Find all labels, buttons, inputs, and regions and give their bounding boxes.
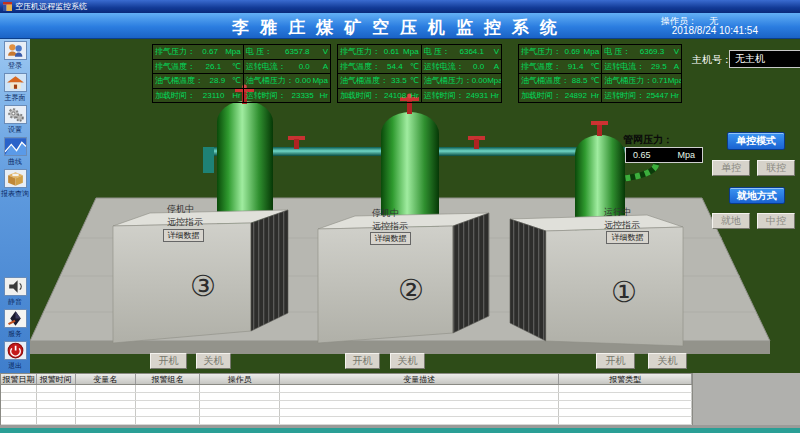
alarm-col-header: 报警组名 (136, 374, 201, 384)
machine-3-detail-button[interactable]: 详细数据 (163, 229, 204, 242)
panel-cell-label: 运转电流： (246, 61, 286, 72)
table-cell (559, 401, 692, 408)
panel-cell-label: 电 压： (246, 46, 272, 57)
panel-cell: 电 压：6364.1V (421, 44, 502, 60)
panel-cell-value: 0.00 (294, 76, 313, 85)
panel-cell-value: 54.4 (380, 62, 410, 71)
panel-cell-value: 26.1 (195, 62, 232, 71)
panel-cell-label: 加载时间： (521, 90, 561, 101)
machine-3-status: 停机中 远控指示 (167, 203, 203, 229)
panel-cell-value: 0.0 (286, 62, 323, 71)
table-cell (136, 401, 201, 408)
panel-cell-unit: ℃ (410, 76, 419, 85)
panel-cell-value: 6369.3 (630, 47, 673, 56)
panel-cell-unit: ℃ (232, 76, 241, 85)
table-cell (200, 401, 280, 408)
panel-cell-label: 油气桶温度： (340, 75, 388, 86)
table-cell (280, 417, 559, 424)
table-row (1, 385, 692, 393)
app-window: 空压机远程监控系统 李雅庄煤矿空压机监控系统 操作员： 无 2018/8/24 … (0, 0, 800, 433)
stop-button-3[interactable]: 关机 (196, 353, 231, 369)
panel-cell-label: 排气压力： (340, 46, 380, 57)
panel-cell-label: 加载时间： (155, 90, 195, 101)
panel-cell-unit: ℃ (590, 76, 599, 85)
panel-cell-unit: Mpa (312, 76, 328, 85)
start-button-1[interactable]: 开机 (596, 353, 635, 369)
panel-cell-unit: Mpa (487, 76, 502, 85)
machine-3-remote-state: 远控指示 (167, 216, 203, 229)
panel-cell-value: 0.61 (380, 47, 403, 56)
panel-cell: 排气压力：0.61Mpa (337, 44, 422, 60)
panel-cell: 油气桶压力：0.00Mpa (421, 73, 502, 89)
table-cell (37, 385, 76, 392)
linked-control-button[interactable]: 联控 (757, 160, 795, 176)
pipe-pressure-label: 管网压力： (623, 133, 673, 147)
panel-cell-label: 运转电流： (604, 61, 644, 72)
table-cell (136, 385, 201, 392)
local-mode-button[interactable]: 就地方式 (729, 187, 785, 204)
table-right-filler (693, 373, 800, 425)
table-cell (76, 401, 136, 408)
panel-cell: 排气温度：26.1℃ (152, 59, 244, 75)
single-mode-button[interactable]: 单控模式 (727, 132, 785, 150)
alarm-table-header: 报警日期报警时间变量名报警组名操作员变量描述报警类型 (0, 373, 693, 385)
machine-1-run-state: 运行中 (604, 206, 640, 219)
panel-cell-value: 0.69 (561, 47, 584, 56)
alarm-col-header: 报警日期 (1, 374, 37, 384)
horizontal-scrollbar[interactable] (0, 428, 800, 433)
machine-1-number: ① (611, 275, 637, 309)
panel-cell-value: 0.71 (652, 76, 668, 85)
table-cell (37, 393, 76, 400)
alarm-col-header: 操作员 (200, 374, 280, 384)
panel-cell: 运转电流：0.0A (421, 59, 502, 75)
alarm-col-header: 报警时间 (37, 374, 76, 384)
panel-cell-label: 油气桶压力： (604, 75, 652, 86)
panel-cell-value: 6364.1 (450, 47, 494, 56)
panel-cell-unit: ℃ (232, 62, 241, 71)
machine-2-run-state: 停机中 (372, 207, 408, 220)
table-cell (136, 417, 201, 424)
alarm-table: 报警日期报警时间变量名报警组名操作员变量描述报警类型 (0, 373, 693, 425)
host-value-box: 无主机 (729, 50, 800, 68)
panel-cell-label: 运转时间： (604, 90, 644, 101)
data-panel-compressor-3: 排气压力：0.67Mpa电 压：6357.8V排气温度：26.1℃运转电流：0.… (152, 44, 330, 102)
panel-cell-label: 油气桶温度： (521, 75, 569, 86)
panel-cell: 油气桶压力：0.71Mpa (601, 73, 682, 89)
panel-cell: 油气桶压力：0.00Mpa (243, 73, 331, 89)
panel-cell-unit: V (323, 47, 328, 56)
panel-cell-unit: Mpa (225, 47, 241, 56)
machine-1-detail-button[interactable]: 详细数据 (606, 231, 649, 244)
table-cell (76, 393, 136, 400)
panel-cell: 运转电流：29.5A (601, 59, 682, 75)
panel-cell-value: 28.9 (203, 76, 232, 85)
panel-cell-unit: Hr (671, 91, 679, 100)
table-row (1, 409, 692, 417)
table-cell (1, 393, 37, 400)
panel-cell: 运转电流：0.0A (243, 59, 331, 75)
central-button[interactable]: 中控 (757, 213, 795, 229)
table-cell (559, 417, 692, 424)
table-cell (200, 393, 280, 400)
panel-cell-value: 29.5 (644, 62, 674, 71)
panel-cell-unit: A (323, 62, 328, 71)
panel-cell-label: 电 压： (424, 46, 450, 57)
table-cell (76, 409, 136, 416)
panel-cell: 排气压力：0.69Mpa (518, 44, 602, 60)
table-cell (559, 409, 692, 416)
machine-2-detail-button[interactable]: 详细数据 (370, 232, 411, 245)
panel-cell-unit: V (674, 47, 679, 56)
panel-cell-value: 24108 (380, 91, 410, 100)
local-button[interactable]: 就地 (712, 213, 750, 229)
panel-cell-label: 电 压： (604, 46, 630, 57)
panel-cell: 电 压：6369.3V (601, 44, 682, 60)
panel-cell-unit: Mpa (668, 76, 682, 85)
panel-cell-label: 运转电流： (424, 61, 464, 72)
table-cell (1, 401, 37, 408)
stop-button-1[interactable]: 关机 (648, 353, 687, 369)
start-button-3[interactable]: 开机 (150, 353, 187, 369)
stop-button-2[interactable]: 关机 (390, 353, 425, 369)
single-control-button[interactable]: 单控 (712, 160, 750, 176)
start-button-2[interactable]: 开机 (345, 353, 380, 369)
panel-cell-value: 0.67 (195, 47, 225, 56)
table-row (1, 393, 692, 401)
